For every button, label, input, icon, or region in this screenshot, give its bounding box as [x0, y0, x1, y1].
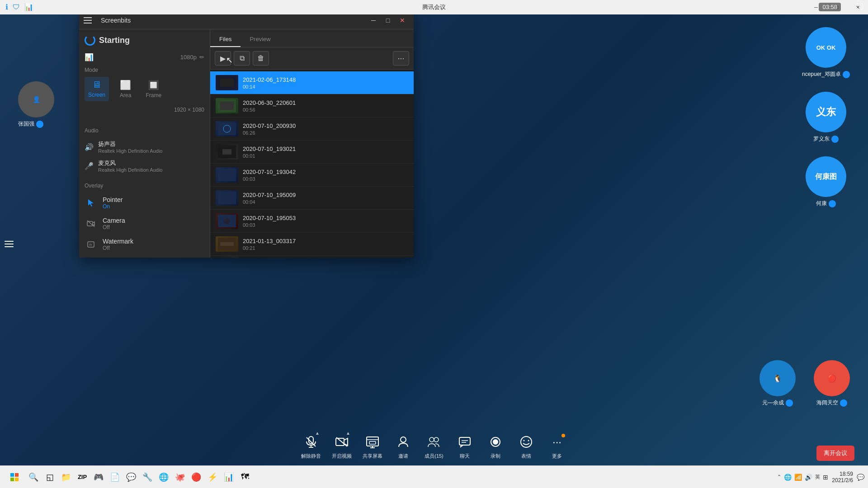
wechat-button[interactable]: 💬	[123, 469, 139, 485]
svg-point-30	[429, 437, 434, 442]
watermark-status: Off	[103, 245, 204, 251]
file-item-8[interactable]: 2021-01-13_003317 00:21	[210, 233, 414, 256]
file-name-6: 2020-07-10_195009	[243, 192, 408, 198]
quality-edit-icon[interactable]: ✏	[199, 54, 204, 61]
files-list: 2021-02-06_173148 00:14 2020-06-30_22060…	[210, 70, 414, 258]
file-thumb-9	[216, 256, 238, 258]
file-duration-1: 00:14	[243, 84, 408, 89]
quality-chart-icon: 📊	[85, 53, 94, 61]
svg-rect-8	[218, 122, 236, 135]
pointer-icon	[85, 197, 97, 209]
more-button[interactable]: ···	[393, 51, 409, 66]
app11-button[interactable]: 🔴	[188, 469, 204, 485]
record-button[interactable]: 录制	[485, 433, 506, 460]
watermark-item[interactable]: W Watermark Off	[85, 234, 204, 255]
record-label: 录制	[491, 453, 500, 460]
system-clock[interactable]: 18:59 2021/2/6	[832, 471, 853, 483]
notification-center[interactable]: 💬	[857, 474, 864, 481]
tray-grid[interactable]: ⊞	[823, 474, 828, 481]
mode-options: 🖥 Screen ⬜ Area 🔲 Frame	[85, 77, 204, 101]
svg-rect-40	[10, 473, 14, 477]
mode-screen[interactable]: 🖥 Screen	[85, 77, 109, 101]
camera-item[interactable]: Camera Off	[85, 213, 204, 234]
app9-button[interactable]: 🌐	[156, 469, 172, 485]
camera-icon	[85, 217, 97, 230]
copy-button[interactable]: ⧉	[234, 51, 250, 66]
screenbits-right-panel: Files Preview ▶ ⧉ 🗑 ···	[210, 29, 414, 258]
participant-hekang: 何康图 何康	[802, 156, 850, 207]
dimension-value: 868 × 488	[174, 107, 204, 113]
video-label: 开启视频	[332, 453, 352, 460]
speaker-name: 扬声器	[98, 140, 162, 148]
invite-button[interactable]: 邀请	[392, 433, 414, 460]
file-item-1[interactable]: 2021-02-06_173148 00:14	[210, 71, 414, 94]
screenbits-minimize[interactable]: ─	[367, 15, 380, 26]
file-item-7[interactable]: 2020-07-10_195053 00:03	[210, 210, 414, 233]
video-button[interactable]: 开启视频 ▲	[331, 433, 353, 460]
tray-keyboard[interactable]: 英	[815, 474, 820, 480]
title-bar: ℹ 🛡 📊 腾讯会议 ─ □ ✕	[0, 0, 868, 14]
start-button[interactable]	[4, 466, 25, 488]
tray-arrow[interactable]: ⌃	[777, 474, 781, 480]
loading-spinner	[85, 35, 95, 46]
svg-rect-12	[218, 169, 236, 181]
files-tabs: Files Preview	[210, 29, 414, 47]
emoji-button[interactable]: 表情	[515, 433, 537, 460]
file-item-6[interactable]: 2020-07-10_195009 00:04	[210, 187, 414, 210]
participant-haitiantiankongg: 🔴 海阔天空	[814, 360, 850, 407]
chat-button[interactable]: 聊天	[454, 433, 476, 460]
tab-preview[interactable]: Preview	[241, 32, 279, 47]
play-button[interactable]: ▶	[215, 51, 231, 66]
self-name: 张国强	[18, 120, 54, 128]
tab-files[interactable]: Files	[210, 32, 241, 47]
left-menu-button[interactable]	[5, 237, 18, 251]
fullscreen-button[interactable]: ⛶	[856, 3, 863, 11]
area-label: Area	[120, 92, 131, 99]
mode-area[interactable]: ⬜ Area	[116, 77, 135, 101]
share-button[interactable]: 共享屏幕	[362, 433, 383, 460]
task-view-button[interactable]: ◱	[42, 469, 58, 485]
mode-frame[interactable]: 🔲 Frame	[142, 77, 165, 101]
pointer-item[interactable]: Pointer On	[85, 192, 204, 213]
app6-button[interactable]: 📄	[107, 469, 123, 485]
watermark-icon: W	[85, 238, 97, 251]
delete-button[interactable]: 🗑	[253, 51, 269, 66]
pointer-name: Pointer	[103, 196, 204, 203]
file-item-3[interactable]: 2020-07-10_200930 06:26	[210, 117, 414, 141]
file-name-4: 2020-07-10_193021	[243, 145, 408, 152]
app8-button[interactable]: 🔧	[139, 469, 156, 485]
file-item-5[interactable]: 2020-07-10_193042 00:03	[210, 164, 414, 187]
file-item-2[interactable]: 2020-06-30_220601 00:56	[210, 94, 414, 117]
area-icon: ⬜	[120, 80, 131, 90]
mute-button[interactable]: 解除静音 ▲	[300, 433, 322, 460]
svg-rect-13	[218, 192, 236, 204]
more-meeting-button[interactable]: ··· 更多	[546, 433, 568, 460]
mic-item: 🎤 麦克风 Realtek High Definition Audio	[85, 156, 204, 175]
file-duration-5: 00:03	[243, 176, 408, 182]
tray-network[interactable]: 🌐	[784, 474, 792, 481]
app5-button[interactable]: 🎮	[90, 469, 107, 485]
windows-taskbar: 🔍 ◱ 📁 ZIP 🎮 📄 💬 🔧 🌐 🐙 🔴 ⚡ 📊 🗺 ⌃ 🌐 📶 🔊 英 …	[0, 465, 868, 488]
app14-button[interactable]: 🗺	[237, 469, 253, 485]
search-taskbar-button[interactable]: 🔍	[25, 469, 42, 485]
screenbits-maximize[interactable]: □	[381, 15, 395, 26]
tray-volume[interactable]: 🔊	[805, 474, 812, 481]
bottom-participants: 🐧 元—余成 🔴 海阔天空	[760, 360, 850, 407]
invite-label: 邀请	[398, 453, 408, 460]
zip-button[interactable]: ZIP	[74, 469, 90, 485]
members-icon	[423, 433, 445, 451]
tray-network2[interactable]: 📶	[794, 474, 802, 481]
more-notification-dot	[561, 434, 565, 437]
file-explorer-button[interactable]: 📁	[58, 469, 74, 485]
screenbits-close[interactable]: ✕	[396, 15, 409, 26]
app12-button[interactable]: ⚡	[204, 469, 221, 485]
screenbits-menu-button[interactable]	[84, 14, 97, 27]
members-button[interactable]: 成员(15)	[423, 433, 445, 460]
app10-button[interactable]: 🐙	[172, 469, 188, 485]
svg-point-15	[224, 218, 230, 224]
file-duration-8: 00:21	[243, 245, 408, 251]
file-item-4[interactable]: 2020-07-10_193021 00:01	[210, 141, 414, 164]
file-item-9[interactable]: 2021-01-23_215355	[210, 256, 414, 258]
app13-button[interactable]: 📊	[221, 469, 237, 485]
camera-name: Camera	[103, 217, 204, 224]
